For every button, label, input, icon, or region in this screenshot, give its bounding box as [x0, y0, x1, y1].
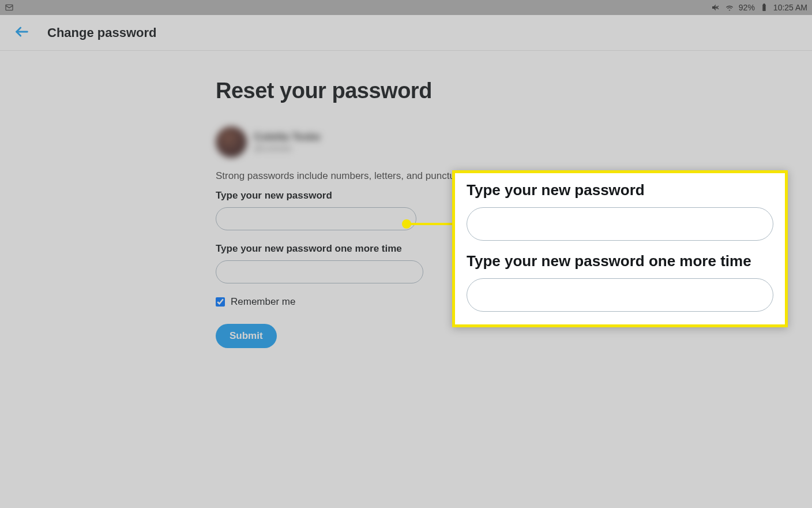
status-bar-left — [5, 3, 14, 12]
battery-icon — [760, 3, 769, 12]
status-bar-right: 92% 10:25 AM — [711, 3, 807, 12]
gmail-icon — [5, 3, 14, 12]
callout-confirm-password-input[interactable] — [467, 278, 773, 312]
mute-icon — [711, 3, 720, 12]
page-title: Reset your password — [216, 79, 812, 103]
new-password-input[interactable] — [216, 207, 416, 230]
svg-rect-0 — [764, 6, 765, 10]
status-bar: 92% 10:25 AM — [0, 0, 812, 15]
battery-percent: 92% — [739, 3, 755, 12]
remember-me-label[interactable]: Remember me — [231, 296, 295, 308]
wifi-icon — [725, 3, 734, 12]
back-arrow-icon[interactable] — [14, 24, 30, 42]
user-handle: @ccteske — [254, 143, 321, 153]
callout-panel: Type your new password Type your new pas… — [452, 170, 788, 327]
avatar — [216, 126, 247, 158]
callout-connector-line — [406, 223, 452, 225]
callout-connector-dot — [402, 219, 411, 229]
remember-me-checkbox[interactable] — [216, 297, 225, 307]
callout-new-password-input[interactable] — [467, 207, 773, 241]
callout-confirm-password-label: Type your new password one more time — [467, 252, 773, 270]
callout-new-password-label: Type your new password — [467, 181, 773, 199]
user-name: Coletta Teske — [254, 131, 321, 143]
clock-text: 10:25 AM — [773, 3, 807, 12]
app-bar-title: Change password — [47, 25, 156, 40]
user-info: Coletta Teske @ccteske — [216, 126, 812, 158]
submit-button[interactable]: Submit — [216, 324, 277, 348]
app-bar: Change password — [0, 15, 812, 51]
confirm-password-input[interactable] — [216, 260, 423, 283]
